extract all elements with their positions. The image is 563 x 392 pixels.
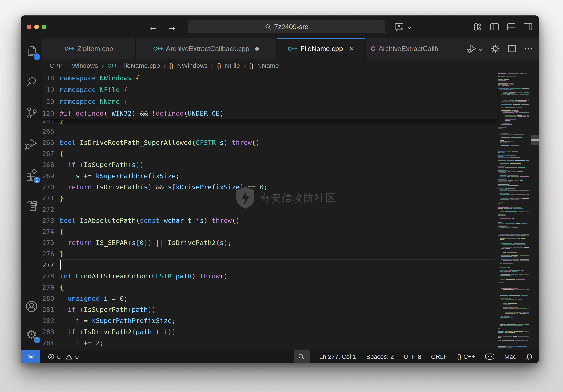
line-number[interactable]: 19 (42, 84, 54, 96)
breadcrumb-item[interactable]: NName (257, 62, 279, 69)
code-line[interactable]: 274{ (42, 226, 497, 237)
accounts-button[interactable] (21, 295, 42, 318)
eol-sequence[interactable]: CRLF (431, 353, 447, 360)
minimize-window-button[interactable] (34, 25, 39, 29)
code-line[interactable]: 281 if (IsSuperPath(path)) (42, 304, 497, 315)
line-number[interactable]: 282 (42, 315, 54, 326)
code-line[interactable]: 271} (42, 193, 497, 204)
code-line[interactable]: 268 if (IsSuperPath(s)) (42, 159, 497, 170)
modified-dot-icon[interactable] (255, 47, 259, 51)
code-line[interactable]: 282 i = kSuperPathPrefixSize; (42, 315, 497, 326)
line-number[interactable]: 281 (42, 304, 54, 315)
tab-archiveextractcallback-cpp[interactable]: C++ ArchiveExtractCallback.cpp (136, 38, 277, 59)
code-line[interactable]: 272 (42, 204, 497, 215)
close-window-button[interactable] (27, 25, 31, 29)
zoom-indicator-button[interactable] (294, 350, 309, 363)
line-number[interactable]: 283 (42, 326, 54, 337)
copilot-chat-button[interactable]: ⌄ (394, 16, 412, 38)
tab-archiveextractcallback-h[interactable]: C ArchiveExtractCallb (366, 38, 461, 59)
line-number[interactable]: 18 (42, 72, 54, 84)
line-number[interactable]: 120 (42, 108, 54, 119)
line-number[interactable]: 266 (42, 137, 54, 148)
line-number[interactable]: 279 (42, 282, 54, 293)
code-line[interactable]: 285 int colonPos = -1; (42, 349, 497, 350)
line-number[interactable]: 20 (42, 96, 54, 108)
code-line[interactable]: 276} (42, 248, 497, 259)
minimap[interactable] (497, 72, 531, 350)
indentation[interactable]: Spaces: 2 (366, 353, 394, 360)
sidebar-item-search[interactable] (21, 71, 42, 93)
traffic-lights (27, 25, 47, 29)
sticky-line[interactable]: 120#if defined(_WIN32) && !defined(UNDER… (42, 108, 497, 119)
command-center-search[interactable]: 7z2409-src (188, 20, 385, 33)
line-number[interactable]: 273 (42, 215, 54, 226)
sidebar-item-explorer[interactable]: 1 (21, 40, 42, 62)
customize-layout-icon[interactable] (473, 22, 483, 32)
line-number[interactable]: 274 (42, 226, 54, 237)
sidebar-item-run-debug[interactable] (21, 133, 42, 155)
code-line[interactable]: 277 (42, 259, 497, 271)
line-number[interactable]: 270 (42, 181, 54, 193)
code-line[interactable]: 283 if (IsDrivePath2(path + i)) (42, 326, 497, 337)
sticky-line[interactable]: 19namespace NFile { (42, 84, 497, 96)
navigate-forward-icon[interactable]: → (167, 21, 177, 33)
sticky-line[interactable]: 18namespace NWindows { (42, 72, 497, 84)
gear-icon[interactable] (491, 44, 500, 53)
navigate-back-icon[interactable]: ← (148, 21, 158, 33)
toggle-secondary-sidebar-icon[interactable] (523, 22, 533, 32)
breadcrumb-item[interactable]: Windows (72, 62, 98, 69)
copilot-status-icon[interactable] (485, 353, 494, 360)
sidebar-item-references[interactable] (21, 194, 42, 216)
bell-icon[interactable] (526, 353, 533, 360)
toggle-panel-icon[interactable] (506, 22, 516, 32)
sidebar-item-source-control[interactable] (21, 102, 42, 124)
line-number[interactable]: 267 (42, 148, 54, 159)
settings-button[interactable]: ⚙ 1 (21, 323, 42, 345)
breadcrumb-item[interactable]: NFile (225, 62, 240, 69)
breadcrumb-item[interactable]: CPP (50, 62, 63, 69)
problems-indicator[interactable]: 0 0 (48, 353, 79, 360)
tab-filename-active[interactable]: C++ FileName.cpp × (277, 38, 366, 59)
remote-indicator[interactable]: >< (21, 350, 40, 363)
code-token: ( (104, 109, 108, 117)
line-number[interactable]: 284 (42, 337, 54, 349)
code-line[interactable]: 265 (42, 126, 497, 137)
code-line[interactable]: 279{ (42, 282, 497, 293)
code-line[interactable]: 278int FindAltStreamColon(CFSTR path) th… (42, 271, 497, 282)
breadcrumb-item[interactable]: FileName.cpp (120, 62, 160, 69)
line-number[interactable]: 268 (42, 159, 54, 170)
line-number[interactable]: 265 (42, 126, 54, 137)
close-icon[interactable]: × (349, 45, 354, 53)
line-number[interactable]: 271 (42, 193, 54, 204)
code-line[interactable]: 267{ (42, 148, 497, 159)
code-line[interactable]: 270 return IsDrivePath(s) && s[kDrivePre… (42, 181, 497, 193)
line-number[interactable]: 275 (42, 237, 54, 248)
split-editor-icon[interactable] (507, 44, 517, 53)
more-actions-icon[interactable]: ⋯ (524, 47, 533, 51)
line-number[interactable]: 280 (42, 293, 54, 304)
editor-scrollbar[interactable] (531, 59, 539, 350)
code-line[interactable]: 266bool IsDriveRootPath_SuperAllowed(CFS… (42, 137, 497, 148)
sidebar-item-extensions[interactable]: 1 (21, 164, 42, 186)
toggle-primary-sidebar-icon[interactable] (489, 22, 499, 32)
sticky-line[interactable]: 20namespace NName { (42, 96, 497, 108)
host-indicator[interactable]: Mac (504, 353, 516, 360)
line-number[interactable]: 269 (42, 170, 54, 181)
line-number[interactable]: 278 (42, 271, 54, 282)
line-number[interactable]: 276 (42, 248, 54, 259)
code-line[interactable]: 269 s += kSuperPathPrefixSize; (42, 170, 497, 181)
breadcrumb-item[interactable]: NWindows (177, 62, 208, 69)
code-line[interactable]: 280 unsigned i = 0; (42, 293, 497, 304)
line-number[interactable]: 272 (42, 204, 54, 215)
code-line[interactable]: 284 i += 2; (42, 337, 497, 349)
line-number[interactable]: 277 (42, 259, 54, 271)
run-debug-button[interactable]: ⌄ (467, 44, 483, 53)
line-number[interactable]: 285 (42, 349, 54, 350)
code-line[interactable]: 275 return IS_SEPAR(s[0]) || IsDrivePath… (42, 237, 497, 248)
tab-zipitem[interactable]: C++ ZipItem.cpp (42, 38, 136, 59)
cursor-position[interactable]: Ln 277, Col 1 (320, 353, 357, 360)
encoding[interactable]: UTF-8 (404, 353, 421, 360)
language-mode[interactable]: {} C++ (457, 353, 475, 360)
code-line[interactable]: 273bool IsAbsolutePath(const wchar_t *s)… (42, 215, 497, 226)
maximize-window-button[interactable] (42, 25, 47, 29)
